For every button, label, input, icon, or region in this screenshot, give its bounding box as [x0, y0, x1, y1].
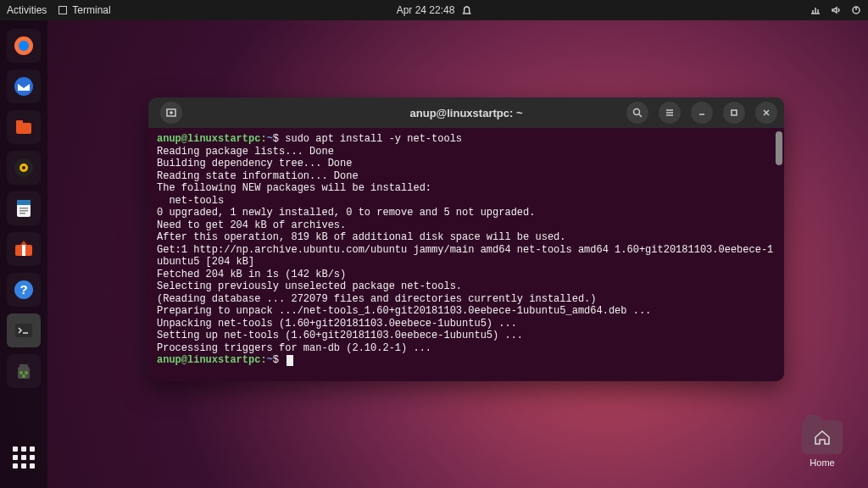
notifications-icon: [461, 5, 471, 15]
dock-terminal[interactable]: [7, 313, 41, 347]
maximize-button[interactable]: [723, 102, 745, 124]
dock-files[interactable]: [7, 110, 41, 144]
search-button[interactable]: [626, 102, 648, 124]
clock[interactable]: Apr 24 22:48: [397, 4, 455, 16]
hamburger-menu-button[interactable]: [659, 102, 681, 124]
ubuntu-dock: ?: [0, 20, 47, 488]
dock-thunderbird[interactable]: [7, 69, 41, 103]
svg-point-3: [14, 77, 33, 96]
app-menu-label: Terminal: [72, 4, 110, 16]
svg-rect-20: [19, 364, 28, 367]
svg-rect-5: [16, 120, 23, 125]
dock-software[interactable]: [7, 232, 41, 266]
svg-rect-26: [732, 110, 737, 115]
svg-rect-13: [19, 213, 25, 214]
svg-point-23: [22, 374, 25, 378]
terminal-icon: [58, 6, 67, 14]
svg-point-2: [19, 41, 29, 51]
svg-rect-10: [17, 200, 31, 205]
dock-writer[interactable]: [7, 191, 41, 225]
svg-point-8: [22, 166, 25, 169]
home-folder-label: Home: [810, 458, 834, 468]
terminal-titlebar[interactable]: anup@linuxstartpc: ~: [148, 97, 784, 128]
dock-rhythmbox[interactable]: [7, 151, 41, 185]
scrollbar-thumb[interactable]: [776, 131, 782, 165]
show-applications-button[interactable]: [7, 441, 41, 474]
svg-point-21: [19, 371, 23, 374]
svg-rect-15: [22, 245, 25, 256]
network-icon[interactable]: [810, 5, 821, 15]
minimize-button[interactable]: [691, 102, 713, 124]
app-menu[interactable]: Terminal: [58, 4, 110, 16]
terminal-body[interactable]: anup@linuxstartpc:~$ sudo apt install -y…: [148, 128, 784, 381]
volume-icon[interactable]: [831, 5, 841, 15]
close-button[interactable]: [755, 102, 777, 124]
dock-help[interactable]: ?: [7, 273, 41, 307]
svg-rect-12: [19, 210, 28, 212]
gnome-topbar: Activities Terminal Apr 24 22:48: [0, 0, 868, 20]
power-icon[interactable]: [851, 5, 861, 15]
svg-rect-18: [15, 324, 32, 337]
svg-text:?: ?: [19, 282, 27, 297]
desktop-home-folder[interactable]: Home: [797, 420, 848, 468]
svg-point-22: [25, 371, 28, 374]
activities-button[interactable]: Activities: [7, 4, 47, 16]
svg-rect-11: [19, 208, 28, 209]
window-title: anup@linuxstartpc: ~: [410, 107, 523, 119]
folder-icon: [802, 420, 843, 454]
dock-trash[interactable]: [7, 354, 41, 388]
dock-firefox[interactable]: [7, 29, 41, 63]
terminal-window: anup@linuxstartpc: ~ anup@linuxstartpc:~…: [148, 97, 784, 381]
svg-point-25: [634, 109, 640, 115]
new-tab-button[interactable]: [160, 102, 182, 124]
